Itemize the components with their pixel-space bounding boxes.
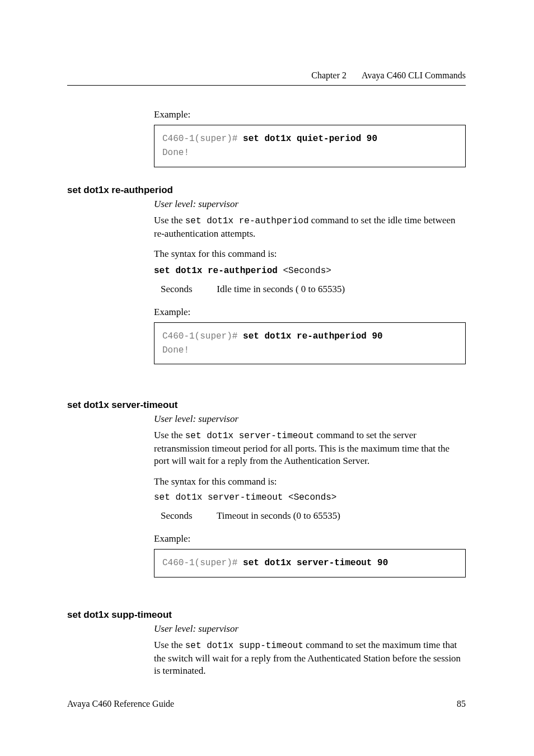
s3-intro-a: Use the — [154, 430, 185, 440]
s3-intro: Use the set dot1x server-timeout command… — [154, 429, 466, 468]
s2-heading: set dot1x re-authperiod — [67, 185, 173, 196]
s2-prompt: C460-1(super)# — [162, 331, 243, 341]
s3-body: User level: supervisor Use the set dot1x… — [154, 413, 466, 577]
s2-syntax-intro: The syntax for this command is: — [154, 248, 466, 261]
s2-cmd: set dot1x re-authperiod 90 — [243, 331, 383, 341]
s2-intro: Use the set dot1x re-authperiod command … — [154, 214, 466, 241]
s2-code-box: C460-1(super)# set dot1x re-authperiod 9… — [154, 322, 466, 365]
s3-cmd: set dot1x server-timeout 90 — [243, 558, 388, 568]
header-title: Avaya C460 CLI Commands — [362, 71, 466, 80]
s4-intro: Use the set dot1x supp-timeout command t… — [154, 639, 466, 678]
s2-syntax-cmd: set dot1x re-authperiod — [154, 266, 278, 276]
s2-syntax-line: set dot1x re-authperiod <Seconds> — [154, 264, 466, 278]
s4-body: User level: supervisor Use the set dot1x… — [154, 623, 466, 681]
header-chapter: Chapter 2 — [311, 71, 346, 80]
s1-example-label: Example: C460-1(super)# set dot1x quiet-… — [154, 109, 466, 167]
s4-intro-mono: set dot1x supp-timeout — [185, 641, 303, 651]
s2-example-label: Example: — [154, 306, 466, 319]
s3-prompt: C460-1(super)# — [162, 558, 243, 568]
s2-syntax-arg: <Seconds> — [278, 266, 331, 276]
s2-body: User level: supervisor Use the set dot1x… — [154, 198, 466, 364]
s2-userlevel: User level: supervisor — [154, 198, 466, 211]
s2-param-row: Seconds Idle time in seconds ( 0 to 6553… — [161, 283, 466, 296]
s3-param-row: Seconds Timeout in seconds (0 to 65535) — [161, 510, 466, 523]
s4-intro-a: Use the — [154, 640, 185, 650]
s4-heading: set dot1x supp-timeout — [67, 609, 172, 621]
s4-userlevel: User level: supervisor — [154, 623, 466, 636]
page-footer: Avaya C460 Reference Guide 85 — [67, 699, 466, 709]
s2-out: Done! — [162, 345, 189, 355]
s1-prompt: C460-1(super)# — [162, 134, 243, 144]
footer-left: Avaya C460 Reference Guide — [67, 699, 174, 708]
page: Chapter 2 Avaya C460 CLI Commands Exampl… — [0, 0, 534, 756]
s3-code-box: C460-1(super)# set dot1x server-timeout … — [154, 549, 466, 577]
footer-right: 85 — [457, 699, 466, 709]
s2-intro-mono: set dot1x re-authperiod — [185, 216, 309, 226]
header-rule — [67, 85, 466, 86]
s3-param-name: Seconds — [161, 510, 214, 523]
page-header: Chapter 2 Avaya C460 CLI Commands — [67, 71, 466, 81]
header-right-group: Chapter 2 Avaya C460 CLI Commands — [311, 71, 466, 81]
s1-code-box: C460-1(super)# set dot1x quiet-period 90… — [154, 125, 466, 167]
s2-param-name: Seconds — [161, 283, 214, 296]
s3-syntax-line: set dot1x server-timeout <Seconds> — [154, 492, 466, 504]
s3-heading: set dot1x server-timeout — [67, 400, 177, 411]
s3-userlevel: User level: supervisor — [154, 413, 466, 426]
s2-intro-a: Use the — [154, 215, 185, 226]
s3-param-desc: Timeout in seconds (0 to 65535) — [217, 510, 340, 521]
s3-syntax-intro: The syntax for this command is: — [154, 476, 466, 489]
example-label: Example: — [154, 109, 466, 121]
s3-example-label: Example: — [154, 533, 466, 546]
header-sep — [349, 71, 360, 80]
s3-intro-mono: set dot1x server-timeout — [185, 431, 314, 441]
s1-out: Done! — [162, 148, 189, 158]
s1-cmd: set dot1x quiet-period 90 — [243, 134, 377, 144]
s2-param-desc: Idle time in seconds ( 0 to 65535) — [217, 284, 345, 294]
